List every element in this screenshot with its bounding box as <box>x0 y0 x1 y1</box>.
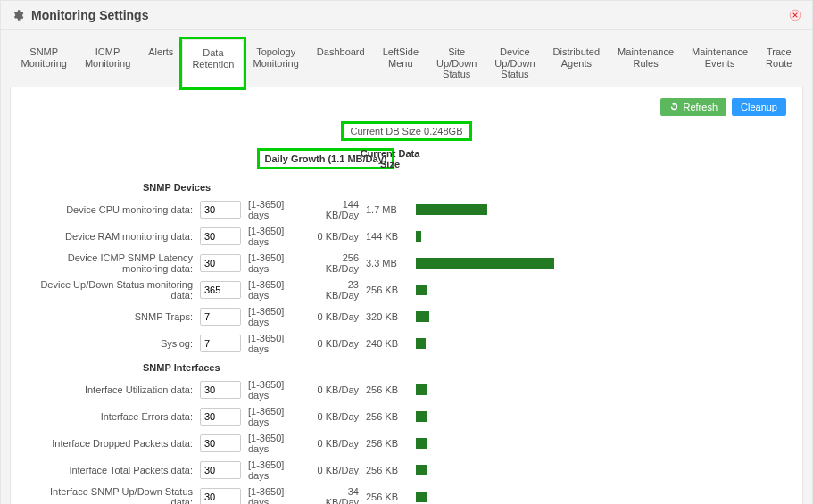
range-hint: [1-3650] days <box>245 430 309 457</box>
gear-icon <box>12 9 24 21</box>
tab-icmp-monitoring[interactable]: ICMP Monitoring <box>76 39 139 87</box>
size-bar <box>416 204 719 215</box>
table-row: Device Up/Down Status monitoring data:[1… <box>27 277 786 303</box>
row-label: Device RAM monitoring data: <box>27 223 196 250</box>
daily-growth-value: 0 KB/Day <box>309 303 362 330</box>
size-bar <box>416 384 719 395</box>
range-hint: [1-3650] days <box>245 376 309 403</box>
refresh-icon <box>669 102 679 112</box>
range-hint: [1-3650] days <box>245 457 309 483</box>
daily-growth-value: 0 KB/Day <box>309 403 362 430</box>
retention-days-input[interactable] <box>200 308 241 326</box>
retention-days-input[interactable] <box>200 434 241 452</box>
current-size-value: 3.3 MB <box>362 250 412 277</box>
dialog-title: Monitoring Settings <box>31 8 789 22</box>
retention-days-input[interactable] <box>200 227 241 245</box>
refresh-button[interactable]: Refresh <box>660 98 726 116</box>
cleanup-label: Cleanup <box>741 102 777 112</box>
range-hint: [1-3650] days <box>245 483 309 504</box>
table-row: Interface Total Packets data:[1-3650] da… <box>27 457 786 483</box>
retention-days-input[interactable] <box>200 281 241 299</box>
current-size-value: 320 KB <box>362 303 412 330</box>
retention-days-input[interactable] <box>200 461 241 479</box>
current-size-value: 1.7 MB <box>362 196 412 223</box>
row-label: Device ICMP SNMP Latency monitoring data… <box>27 250 196 277</box>
range-hint: [1-3650] days <box>245 223 309 250</box>
range-hint: [1-3650] days <box>245 250 309 277</box>
tab-dashboard[interactable]: Dashboard <box>308 39 374 87</box>
current-size-value: 256 KB <box>362 376 412 403</box>
current-size-value: 144 KB <box>362 223 412 250</box>
range-hint: [1-3650] days <box>245 303 309 330</box>
size-bar <box>416 465 719 475</box>
cleanup-button[interactable]: Cleanup <box>732 98 786 116</box>
daily-growth-value: 144 KB/Day <box>309 196 362 223</box>
current-size-value: 256 KB <box>362 483 412 504</box>
tab-device-up/down-status[interactable]: Device Up/Down Status <box>485 39 543 87</box>
retention-days-input[interactable] <box>200 254 241 272</box>
row-label: Interface Dropped Packets data: <box>27 430 196 457</box>
range-hint: [1-3650] days <box>245 330 309 357</box>
current-size-value: 256 KB <box>362 277 412 303</box>
daily-growth-value: 0 KB/Day <box>309 223 362 250</box>
tab-maintenance-events[interactable]: Maintenance Events <box>683 39 757 87</box>
tab-bar: SNMP MonitoringICMP MonitoringAlertsData… <box>0 30 813 87</box>
size-bar <box>416 438 719 449</box>
table-row: Device RAM monitoring data:[1-3650] days… <box>27 223 786 250</box>
range-hint: [1-3650] days <box>245 403 309 430</box>
tab-leftside-menu[interactable]: LeftSide Menu <box>374 39 427 87</box>
size-bar <box>416 492 719 502</box>
table-row: Interface Utilization data:[1-3650] days… <box>27 376 786 403</box>
tab-data-retention[interactable]: Data Retention <box>182 39 244 87</box>
dialog-header: Monitoring Settings <box>1 1 812 30</box>
size-bar <box>416 258 719 269</box>
row-label: Interface Total Packets data: <box>27 457 196 483</box>
size-bar <box>416 285 719 295</box>
current-db-size: Current DB Size 0.248GB <box>27 121 786 141</box>
row-label: Device Up/Down Status monitoring data: <box>27 277 196 303</box>
row-label: Interface SNMP Up/Down Status data: <box>27 483 196 504</box>
tab-site-up/down-status[interactable]: Site Up/Down Status <box>427 39 485 87</box>
row-label: Syslog: <box>27 330 196 357</box>
retention-days-input[interactable] <box>200 201 241 219</box>
table-row: SNMP Traps:[1-3650] days0 KB/Day320 KB <box>27 303 786 330</box>
table-row: Interface Dropped Packets data:[1-3650] … <box>27 430 786 457</box>
current-size-value: 256 KB <box>362 430 412 457</box>
current-db-size-value: Current DB Size 0.248GB <box>341 121 473 141</box>
tab-distributed-agents[interactable]: Distributed Agents <box>544 39 610 87</box>
retention-days-input[interactable] <box>200 381 241 399</box>
row-label: Interface Errors data: <box>27 403 196 430</box>
tab-alerts[interactable]: Alerts <box>139 39 182 87</box>
current-size-header: Current Data Size <box>359 148 421 169</box>
size-bar <box>416 231 719 242</box>
tab-snmp-monitoring[interactable]: SNMP Monitoring <box>12 39 76 87</box>
tab-maintenance-rules[interactable]: Maintenance Rules <box>609 39 683 87</box>
range-hint: [1-3650] days <box>245 277 309 303</box>
section-header: SNMP Devices <box>143 177 786 196</box>
daily-growth-value: 0 KB/Day <box>309 457 362 483</box>
table-row: Device CPU monitoring data:[1-3650] days… <box>27 196 786 223</box>
daily-growth-value: 256 KB/Day <box>309 250 362 277</box>
retention-days-input[interactable] <box>200 335 241 352</box>
current-size-value: 240 KB <box>362 330 412 357</box>
range-hint: [1-3650] days <box>245 196 309 223</box>
retention-days-input[interactable] <box>200 488 241 504</box>
table-row: Syslog:[1-3650] days0 KB/Day240 KB <box>27 330 786 357</box>
content-panel: Refresh Cleanup Current DB Size 0.248GB … <box>10 87 803 504</box>
size-bar <box>416 411 719 422</box>
current-size-value: 256 KB <box>362 403 412 430</box>
current-size-value: 256 KB <box>362 457 412 483</box>
daily-growth-value: 0 KB/Day <box>309 330 362 357</box>
retention-days-input[interactable] <box>200 408 241 426</box>
row-label: Device CPU monitoring data: <box>27 196 196 223</box>
section-header: SNMP Interfaces <box>143 357 786 376</box>
table-row: Interface Errors data:[1-3650] days0 KB/… <box>27 403 786 430</box>
row-label: SNMP Traps: <box>27 303 196 330</box>
tab-topology-monitoring[interactable]: Topology Monitoring <box>244 39 307 87</box>
tab-trace-route[interactable]: Trace Route <box>757 39 801 87</box>
close-icon[interactable] <box>789 9 801 21</box>
size-bar <box>416 338 719 349</box>
refresh-label: Refresh <box>683 102 718 112</box>
daily-growth-value: 0 KB/Day <box>309 376 362 403</box>
daily-growth-value: 34 KB/Day <box>309 483 362 504</box>
